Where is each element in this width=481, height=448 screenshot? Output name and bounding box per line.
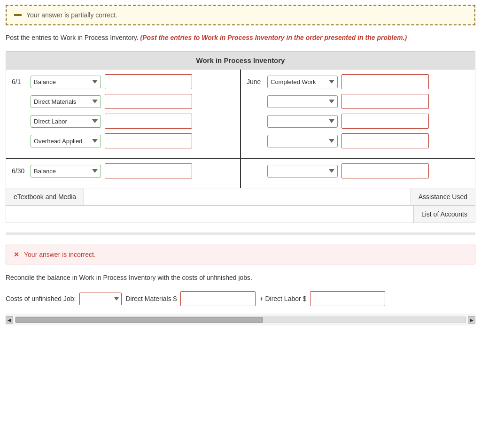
section-divider [6,232,475,235]
ledger-row-4: Balance Direct Materials Direct Labor Ov… [12,133,234,148]
table-title: Work in Process Inventory [6,52,475,70]
ledger-row-2: Balance Direct Materials Direct Labor Ov… [12,94,234,109]
scroll-track[interactable] [15,317,466,323]
right-amount-2[interactable] [341,94,429,109]
scroll-thumb [16,317,263,323]
partial-correct-banner: Your answer is partially correct. [6,5,475,25]
right-dropdown-3[interactable]: Completed Work Balance [267,115,338,128]
right-dropdown-4[interactable]: Completed Work Balance [267,135,338,147]
right-amount-4[interactable] [341,133,429,148]
instruction-text: Post the entries to Work in Process Inve… [6,33,475,43]
footer-row-1: eTextbook and Media Assistance Used [6,188,475,205]
reconcile-instruction: Reconcile the balance in Work in Process… [6,273,475,283]
list-accounts-button[interactable]: List of Accounts [413,206,475,223]
date-6-30: 6/30 [12,167,27,175]
ledger-bottom-right: Balance Completed Work [241,159,475,188]
bottom-left-dropdown[interactable]: Balance Direct Materials Direct Labor [31,165,101,178]
assistance-button[interactable]: Assistance Used [411,188,475,205]
ledger-main: 6/1 Balance Direct Materials Direct Labo… [6,70,475,158]
ledger-bottom-row: 6/30 Balance Direct Materials Direct Lab… [6,158,475,188]
date-6-1: 6/1 [12,78,27,85]
right-row-3: Completed Work Balance [247,114,469,129]
right-dropdown-2[interactable]: Completed Work Balance [267,95,338,108]
right-dropdown-1[interactable]: Completed Work Balance [267,76,338,88]
direct-materials-label: Direct Materials $ [125,295,177,302]
left-dropdown-1[interactable]: Balance Direct Materials Direct Labor Ov… [31,76,101,88]
left-dropdown-3[interactable]: Balance Direct Materials Direct Labor Ov… [31,115,101,128]
scroll-right-arrow[interactable]: ▶ [468,316,475,324]
left-amount-4[interactable] [105,133,192,148]
bottom-right-amount[interactable] [341,163,429,178]
ledger-left: 6/1 Balance Direct Materials Direct Labo… [6,70,241,158]
incorrect-banner: ✕ Your answer is incorrect. [6,245,475,264]
incorrect-text: Your answer is incorrect. [24,251,96,258]
right-amount-1[interactable] [341,74,429,89]
left-dropdown-2[interactable]: Balance Direct Materials Direct Labor Ov… [31,95,101,108]
costs-label: Costs of unfinished Job: [6,295,76,302]
direct-labor-input[interactable] [310,291,385,306]
costs-job-dropdown[interactable]: Job 1 Job 2 Job 3 [79,293,122,305]
right-row-2: Completed Work Balance [247,94,469,109]
footer-row-2: List of Accounts [6,205,475,223]
ledger-bottom-left: 6/30 Balance Direct Materials Direct Lab… [6,159,241,188]
direct-materials-input[interactable] [180,291,256,306]
x-icon: ✕ [14,251,19,258]
ledger-body: 6/1 Balance Direct Materials Direct Labo… [6,70,475,188]
right-amount-3[interactable] [341,114,429,129]
ledger-row-3: Balance Direct Materials Direct Labor Ov… [12,114,234,129]
left-amount-3[interactable] [105,114,192,129]
costs-row: Costs of unfinished Job: Job 1 Job 2 Job… [6,291,475,306]
etextbook-button[interactable]: eTextbook and Media [6,188,84,205]
ledger-row-630: 6/30 Balance Direct Materials Direct Lab… [12,163,234,178]
minus-icon [14,14,22,16]
ledger-row-1: 6/1 Balance Direct Materials Direct Labo… [12,74,234,89]
left-amount-1[interactable] [105,74,192,89]
ledger-right: June Completed Work Balance C [241,70,475,158]
partial-correct-text: Your answer is partially correct. [26,11,117,19]
right-row-630: Balance Completed Work [247,163,469,178]
bottom-right-dropdown[interactable]: Balance Completed Work [267,165,338,178]
direct-labor-label: + Direct Labor $ [259,295,306,302]
scrollbar[interactable]: ◀ ▶ [6,314,475,325]
right-label-june: June [247,78,264,85]
scroll-left-arrow[interactable]: ◀ [6,316,13,324]
wip-inventory-table: Work in Process Inventory 6/1 Balance Di… [6,51,475,223]
left-amount-2[interactable] [105,94,192,109]
left-dropdown-4[interactable]: Balance Direct Materials Direct Labor Ov… [31,135,101,147]
bottom-left-amount[interactable] [105,163,192,178]
right-row-4: Completed Work Balance [247,133,469,148]
right-row-1: June Completed Work Balance [247,74,469,89]
